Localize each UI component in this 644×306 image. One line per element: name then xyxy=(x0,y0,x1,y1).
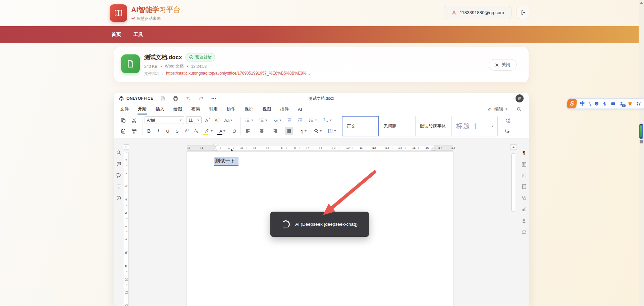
user-account-pill[interactable]: 1183391880@qq.com xyxy=(444,6,512,19)
chart-settings-button[interactable] xyxy=(521,206,527,212)
ime-keyboard-button[interactable] xyxy=(610,101,616,106)
increase-indent-button[interactable] xyxy=(296,116,304,124)
v-ruler[interactable]: 123456789101112 xyxy=(124,152,129,306)
superscript-button[interactable]: A¹ xyxy=(183,127,191,135)
show-paragraph-marks-button[interactable]: ¶ xyxy=(298,127,309,135)
shape-settings-button[interactable] xyxy=(521,195,527,201)
scrollbar-gray-thumb[interactable] xyxy=(640,140,643,143)
paragraph-settings-button[interactable]: ¶ xyxy=(521,149,527,156)
paragraph-direction-button[interactable] xyxy=(321,116,333,124)
close-preview-button[interactable]: 关闭 xyxy=(489,59,517,71)
tab-layout[interactable]: 布局 xyxy=(191,104,200,114)
nav-item-home[interactable]: 首页 xyxy=(111,31,121,38)
file-url-link[interactable]: https://static.xutongbao.top/ai/onlyoffi… xyxy=(166,71,310,77)
mailmerge-settings-button[interactable] xyxy=(521,228,527,234)
textart-settings-button[interactable] xyxy=(521,217,527,223)
logout-button[interactable] xyxy=(517,6,530,19)
cut-button[interactable] xyxy=(130,116,138,124)
tab-collaboration[interactable]: 协作 xyxy=(226,104,236,114)
font-size-select[interactable]: 11 xyxy=(186,116,202,124)
ime-mode-button[interactable]: 中 xyxy=(580,100,585,107)
borders-button[interactable] xyxy=(326,127,338,135)
line-spacing-button[interactable] xyxy=(307,116,318,124)
nav-item-tools[interactable]: 工具 xyxy=(133,31,143,38)
tab-file[interactable]: 文件 xyxy=(120,104,129,114)
headings-panel-button[interactable] xyxy=(116,183,122,189)
font-name-select[interactable]: Arial xyxy=(145,116,184,124)
document-text-selection[interactable]: 测试一下 xyxy=(214,157,238,166)
styles-expand-button[interactable] xyxy=(488,116,497,136)
ime-toolbox-button[interactable] xyxy=(636,101,641,106)
paste-button[interactable] xyxy=(119,127,127,135)
clear-style-button[interactable] xyxy=(230,127,238,135)
tab-home[interactable]: 开始 xyxy=(138,104,147,115)
tab-stop-selector[interactable]: L xyxy=(124,144,129,150)
collaborator-avatar[interactable]: 徐 xyxy=(516,94,524,102)
table-settings-button[interactable] xyxy=(521,161,527,167)
italic-button[interactable]: I xyxy=(155,127,162,135)
tab-draw[interactable]: 绘图 xyxy=(173,104,182,114)
decrease-indent-button[interactable] xyxy=(285,116,293,124)
sogou-logo[interactable]: S xyxy=(567,99,577,108)
h-ruler[interactable]: 21123456789101112131415161718 xyxy=(187,145,453,151)
ime-punctuation-button[interactable]: °, xyxy=(588,101,591,106)
document-scrollbar[interactable] xyxy=(512,153,515,212)
ime-account-button[interactable]: 37 xyxy=(619,101,624,106)
subscript-button[interactable]: A₁ xyxy=(192,127,200,135)
print-icon[interactable] xyxy=(173,96,178,101)
ime-skin-button[interactable] xyxy=(628,101,633,106)
tab-plugins[interactable]: 插件 xyxy=(280,104,289,114)
highlight-color-button[interactable] xyxy=(202,127,214,135)
tab-protection[interactable]: 保护 xyxy=(244,104,254,114)
right-indent-marker[interactable] xyxy=(431,147,435,150)
undo-icon[interactable] xyxy=(186,96,191,101)
headerfooter-settings-button[interactable] xyxy=(521,183,527,189)
comments-panel-button[interactable] xyxy=(116,161,122,167)
style-no-spacing[interactable]: 无间距 xyxy=(379,116,415,136)
image-settings-button[interactable] xyxy=(521,172,527,178)
style-default-paragraph-font[interactable]: 默认段落字体 xyxy=(416,116,452,136)
tab-view[interactable]: 视图 xyxy=(262,104,271,114)
font-color-button[interactable]: A xyxy=(216,127,228,135)
ime-emoji-button[interactable] xyxy=(594,101,599,106)
format-painter-button[interactable] xyxy=(130,127,138,135)
file-time: 13:24:52 xyxy=(191,64,207,69)
editing-mode-button[interactable]: 编辑 xyxy=(487,106,507,112)
underline-button[interactable]: U xyxy=(164,127,171,135)
bold-button[interactable]: B xyxy=(145,127,153,135)
shading-button[interactable] xyxy=(312,127,323,135)
scrollbar-green-thumb[interactable] xyxy=(639,124,643,139)
increase-font-button[interactable]: Aˆ xyxy=(204,116,212,124)
style-normal[interactable]: 正文 xyxy=(342,116,379,136)
align-center-button[interactable] xyxy=(258,127,266,135)
replace-button[interactable] xyxy=(503,116,512,124)
select-button[interactable] xyxy=(503,127,512,135)
style-heading-1[interactable]: 标题 1 xyxy=(452,116,488,136)
multilevel-list-button[interactable] xyxy=(271,116,283,124)
document-scroll-up-button[interactable] xyxy=(510,144,517,150)
find-panel-button[interactable] xyxy=(116,149,122,156)
search-icon[interactable] xyxy=(516,106,522,112)
tab-references[interactable]: 引用 xyxy=(209,104,218,114)
save-icon[interactable] xyxy=(160,96,165,101)
change-case-button[interactable]: Aa xyxy=(222,116,234,124)
strikethrough-button[interactable]: S xyxy=(173,127,181,135)
numbered-list-button[interactable] xyxy=(257,116,269,124)
first-line-indent-marker[interactable] xyxy=(213,144,217,146)
left-indent-marker[interactable] xyxy=(213,148,217,150)
chat-panel-button[interactable] xyxy=(116,172,122,178)
copy-button[interactable] xyxy=(119,116,127,124)
more-actions-icon[interactable]: ••• xyxy=(211,96,216,100)
ime-voice-button[interactable] xyxy=(602,101,607,106)
page-scrollbar[interactable] xyxy=(639,0,644,306)
align-left-button[interactable] xyxy=(244,127,252,135)
align-right-button[interactable] xyxy=(271,127,279,135)
align-justify-button[interactable] xyxy=(285,127,293,135)
bullet-list-button[interactable] xyxy=(243,116,255,124)
tab-insert[interactable]: 插入 xyxy=(155,104,165,114)
about-panel-button[interactable] xyxy=(116,195,122,201)
tab-ai[interactable]: AI xyxy=(298,105,302,114)
decrease-font-button[interactable]: Aˇ xyxy=(213,116,221,124)
redo-icon[interactable] xyxy=(199,96,204,101)
scroll-up-arrow-icon[interactable] xyxy=(640,2,643,4)
